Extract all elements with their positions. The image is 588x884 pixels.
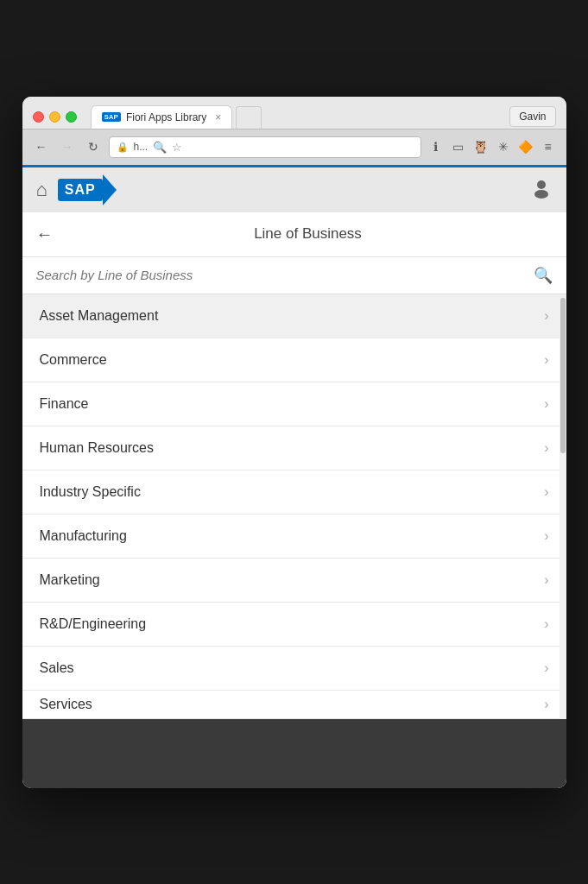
chevron-right-icon: ›: [544, 572, 548, 588]
chevron-right-icon: ›: [544, 352, 548, 368]
list-item-label: Marketing: [40, 572, 100, 588]
tab-close-button[interactable]: ×: [215, 111, 221, 123]
list-item-label: Industry Specific: [40, 484, 141, 500]
extension-icon-3[interactable]: 🔶: [516, 137, 535, 156]
list-wrapper: Asset Management › Commerce › Finance › …: [22, 294, 566, 719]
svg-point-0: [537, 180, 546, 189]
user-menu-button[interactable]: Gavin: [509, 106, 555, 127]
forward-nav-button[interactable]: →: [57, 136, 78, 157]
extension-icon-1[interactable]: 🦉: [471, 137, 490, 156]
minimize-button[interactable]: [49, 111, 60, 123]
traffic-lights: [33, 111, 77, 123]
list-item-label: Commerce: [40, 352, 107, 368]
search-input[interactable]: [36, 268, 534, 282]
tab-bar: SAP Fiori Apps Library ×: [91, 105, 503, 129]
list-item[interactable]: Human Resources ›: [22, 426, 566, 470]
nav-bar: ← → ↻ 🔒 h... 🔍 ☆ ℹ ▭ 🦉 ✳ 🔶 ≡: [22, 129, 566, 165]
browser-window: SAP Fiori Apps Library × Gavin ← → ↻ 🔒 h…: [22, 97, 566, 788]
list-item-label: R&D/Engineering: [40, 616, 147, 632]
list-item-label: Manufacturing: [40, 528, 127, 544]
search-icon: 🔍: [534, 266, 553, 285]
app-header: ⌂ SAP: [22, 165, 566, 212]
extension-icon-2[interactable]: ✳: [494, 137, 513, 156]
title-bar: SAP Fiori Apps Library × Gavin: [22, 97, 566, 129]
bookmark-icon[interactable]: ☆: [172, 141, 182, 154]
list-item-label: Services: [40, 697, 92, 712]
address-text: h...: [134, 141, 149, 153]
scrollbar-track[interactable]: [560, 294, 566, 719]
browser-tab[interactable]: SAP Fiori Apps Library ×: [91, 105, 233, 129]
search-address-icon: 🔍: [153, 141, 167, 154]
page-back-button[interactable]: ←: [36, 224, 54, 244]
close-button[interactable]: [33, 111, 44, 123]
tab-title: Fiori Apps Library: [126, 111, 206, 123]
menu-icon[interactable]: ≡: [539, 137, 558, 156]
sap-logo-text: SAP: [58, 179, 103, 201]
list-item[interactable]: Industry Specific ›: [22, 470, 566, 515]
page-header: ← Line of Business: [22, 212, 566, 257]
list-item[interactable]: Manufacturing ›: [22, 515, 566, 559]
page-title: Line of Business: [64, 225, 553, 243]
address-bar[interactable]: 🔒 h... 🔍 ☆: [109, 136, 421, 158]
list-item[interactable]: Finance ›: [22, 382, 566, 426]
list-item[interactable]: Sales ›: [22, 647, 566, 691]
svg-point-1: [534, 190, 548, 199]
nav-icons: ℹ ▭ 🦉 ✳ 🔶 ≡: [427, 137, 558, 156]
list-container: Asset Management › Commerce › Finance › …: [22, 294, 566, 719]
chevron-right-icon: ›: [544, 308, 548, 324]
sap-logo-triangle: [103, 174, 117, 205]
back-nav-button[interactable]: ←: [31, 136, 52, 157]
chevron-right-icon: ›: [544, 697, 548, 712]
chevron-right-icon: ›: [544, 484, 548, 500]
sap-tab-badge: SAP: [102, 112, 121, 122]
home-button[interactable]: ⌂: [36, 179, 47, 201]
maximize-button[interactable]: [66, 111, 77, 123]
reload-button[interactable]: ↻: [83, 136, 104, 157]
list-item-label: Sales: [40, 660, 74, 676]
user-avatar-icon[interactable]: [530, 176, 553, 204]
chevron-right-icon: ›: [544, 396, 548, 412]
info-icon[interactable]: ℹ: [427, 137, 446, 156]
list-item[interactable]: Asset Management ›: [22, 294, 566, 338]
list-item-label: Human Resources: [40, 440, 155, 456]
list-item-label: Asset Management: [40, 308, 159, 324]
list-item-label: Finance: [40, 396, 89, 412]
scrollbar-thumb[interactable]: [560, 298, 566, 453]
search-bar: 🔍: [22, 257, 566, 294]
sap-logo: SAP: [58, 174, 520, 205]
chevron-right-icon: ›: [544, 616, 548, 632]
chevron-right-icon: ›: [544, 440, 548, 456]
chevron-right-icon: ›: [544, 528, 548, 544]
footer-bar: [22, 719, 566, 788]
new-tab-button[interactable]: [236, 106, 262, 129]
chevron-right-icon: ›: [544, 660, 548, 676]
list-item[interactable]: Marketing ›: [22, 559, 566, 603]
list-item[interactable]: Commerce ›: [22, 338, 566, 382]
list-item-partial[interactable]: Services ›: [22, 691, 566, 719]
cast-icon[interactable]: ▭: [449, 137, 468, 156]
lock-icon: 🔒: [117, 142, 129, 153]
list-item[interactable]: R&D/Engineering ›: [22, 603, 566, 647]
